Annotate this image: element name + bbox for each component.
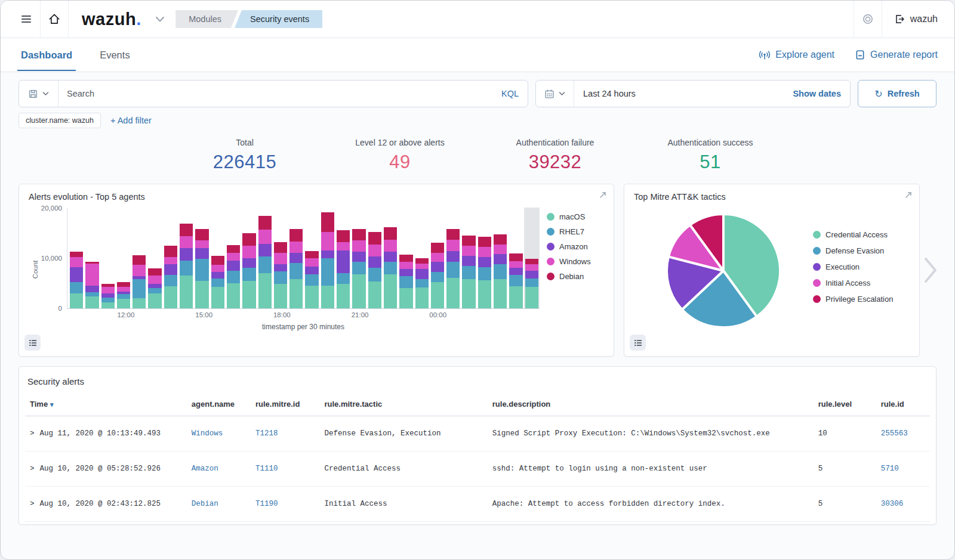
next-panels-button[interactable] (923, 256, 938, 284)
bar-segment-macos[interactable] (321, 286, 334, 308)
legend-item-initial-access[interactable]: Initial Access (813, 279, 893, 287)
cell-agent[interactable]: Debian (187, 487, 251, 522)
bar-segment-debian[interactable] (211, 256, 224, 265)
bar-segment-macos[interactable] (195, 281, 208, 308)
bar-segment-macos[interactable] (164, 286, 177, 308)
bar-segment-rhel7[interactable] (509, 275, 522, 286)
bar-segment-windows[interactable] (478, 247, 491, 257)
bar-9[interactable] (210, 208, 226, 308)
bar-segment-debian[interactable] (368, 232, 381, 244)
bar-segment-debian[interactable] (117, 282, 130, 287)
bar-13[interactable] (273, 208, 288, 308)
explore-agent-button[interactable]: Explore agent (759, 49, 834, 60)
bar-segment-windows[interactable] (289, 242, 303, 253)
bar-segment-debian[interactable] (462, 236, 475, 246)
refresh-button[interactable]: ↻ Refresh (858, 80, 936, 107)
cell-rule-id[interactable]: 30306 (876, 487, 930, 522)
bar-segment-amazon[interactable] (258, 244, 272, 256)
expand-row-icon[interactable]: > (30, 465, 35, 473)
bar-20[interactable] (383, 208, 398, 308)
bar-segment-rhel7[interactable] (289, 263, 303, 279)
column-header-rule-level[interactable]: rule.level (814, 392, 876, 416)
expand-panel-icon[interactable] (599, 191, 607, 199)
bar-segment-rhel7[interactable] (321, 258, 334, 286)
cell-rule-id[interactable]: 255563 (876, 416, 930, 451)
bar-segment-macos[interactable] (305, 286, 318, 308)
bar-segment-amazon[interactable] (305, 267, 318, 275)
bar-segment-debian[interactable] (258, 216, 272, 230)
bar-segment-amazon[interactable] (70, 267, 83, 282)
bar-segment-windows[interactable] (133, 265, 146, 276)
bar-segment-debian[interactable] (180, 224, 193, 236)
bar-segment-debian[interactable] (70, 252, 83, 256)
bar-segment-windows[interactable] (242, 246, 255, 258)
column-header-time[interactable]: Time▾ (25, 392, 187, 416)
bar-7[interactable] (178, 208, 194, 308)
bar-segment-windows[interactable] (211, 265, 224, 272)
show-dates-button[interactable]: Show dates (793, 89, 850, 98)
legend-toggle-button[interactable] (24, 335, 41, 351)
bar-6[interactable] (163, 208, 178, 308)
saved-query-menu-button[interactable] (19, 81, 58, 107)
bar-segment-macos[interactable] (242, 281, 255, 308)
bar-segment-amazon[interactable] (415, 269, 429, 279)
bar-segment-debian[interactable] (274, 242, 287, 253)
bar-21[interactable] (398, 208, 414, 308)
bar-segment-debian[interactable] (478, 237, 491, 247)
bar-segment-macos[interactable] (415, 287, 429, 308)
bar-segment-debian[interactable] (305, 251, 318, 259)
bar-segment-amazon[interactable] (478, 257, 491, 267)
bar-28[interactable] (508, 208, 523, 308)
bar-segment-debian[interactable] (399, 255, 412, 262)
bar-17[interactable] (335, 208, 351, 308)
bar-24[interactable] (445, 208, 461, 308)
bar-segment-amazon[interactable] (431, 262, 444, 272)
bar-segment-windows[interactable] (321, 232, 334, 250)
bar-18[interactable] (351, 208, 366, 308)
bar-segment-amazon[interactable] (195, 248, 208, 259)
bar-segment-rhel7[interactable] (195, 259, 208, 280)
bar-segment-macos[interactable] (446, 278, 460, 308)
bar-segment-rhel7[interactable] (399, 276, 412, 288)
bar-segment-windows[interactable] (180, 236, 193, 247)
cell-agent[interactable]: Amazon (187, 451, 251, 487)
bar-segment-amazon[interactable] (227, 261, 240, 271)
bar-segment-amazon[interactable] (211, 272, 224, 279)
bar-segment-windows[interactable] (525, 264, 538, 271)
menu-button[interactable] (13, 1, 40, 38)
bar-segment-windows[interactable] (274, 253, 287, 264)
cell-mitre-id[interactable]: T1190 (251, 487, 319, 522)
bar-segment-amazon[interactable] (274, 264, 287, 272)
bar-segment-macos[interactable] (211, 287, 224, 308)
bar-segment-macos[interactable] (478, 280, 491, 308)
bar-segment-debian[interactable] (242, 233, 255, 246)
legend-item-privilege-escalation[interactable]: Privilege Escalation (813, 295, 893, 304)
bar-segment-rhel7[interactable] (164, 275, 177, 286)
bar-segment-amazon[interactable] (337, 250, 350, 273)
bar-segment-macos[interactable] (368, 281, 381, 308)
legend-item-execution[interactable]: Execution (813, 262, 893, 271)
bar-22[interactable] (414, 208, 430, 308)
bar-segment-rhel7[interactable] (525, 279, 538, 287)
bar-segment-windows[interactable] (368, 245, 381, 256)
cell-mitre-id[interactable]: T1218 (251, 416, 319, 451)
bar-segment-windows[interactable] (227, 253, 240, 261)
query-language-button[interactable]: KQL (501, 89, 528, 98)
bar-segment-rhel7[interactable] (180, 261, 193, 276)
bar-segment-macos[interactable] (525, 287, 538, 308)
bar-segment-windows[interactable] (117, 287, 130, 292)
cell-rule-id[interactable]: 5710 (876, 451, 930, 487)
bar-27[interactable] (492, 208, 508, 308)
bar-segment-windows[interactable] (258, 230, 272, 244)
bar-segment-amazon[interactable] (525, 271, 538, 279)
bar-25[interactable] (461, 208, 476, 308)
bar-5[interactable] (147, 208, 162, 308)
legend-item-credential-access[interactable]: Credential Access (813, 230, 893, 239)
bar-segment-debian[interactable] (148, 268, 161, 276)
bar-segment-rhel7[interactable] (415, 279, 429, 287)
bar-14[interactable] (288, 208, 304, 308)
bar-segment-macos[interactable] (509, 286, 522, 308)
bar-segment-macos[interactable] (180, 276, 193, 308)
bar-segment-amazon[interactable] (399, 269, 412, 276)
legend-item-macos[interactable]: macOS (547, 212, 604, 221)
